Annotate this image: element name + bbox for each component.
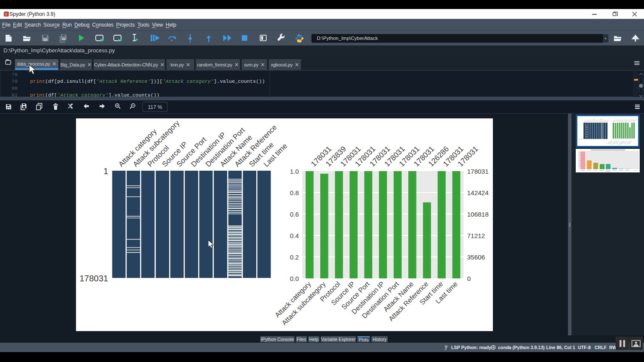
svg-text:0.6: 0.6: [290, 211, 299, 218]
svg-text:178031: 178031: [579, 139, 583, 140]
svg-text:0.2: 0.2: [290, 253, 299, 261]
svg-text:D:\Python_Imp\CyberAttack: D:\Python_Imp\CyberAttack: [317, 36, 378, 41]
svg-text:106818: 106818: [467, 211, 489, 218]
svg-text:1: 1: [103, 166, 108, 176]
svg-text:0.4: 0.4: [290, 232, 299, 239]
svg-text:178031: 178031: [467, 168, 489, 175]
svg-text:35606: 35606: [467, 253, 485, 261]
svg-text:71212: 71212: [467, 232, 485, 239]
svg-text:0.8: 0.8: [290, 189, 299, 196]
svg-text:117 %: 117 %: [148, 104, 162, 110]
svg-text:142424: 142424: [467, 189, 489, 196]
svg-text:0.0: 0.0: [290, 275, 299, 282]
svg-text:178031: 178031: [79, 274, 108, 283]
svg-text:1.0: 1.0: [290, 168, 299, 175]
svg-text:0: 0: [467, 275, 471, 282]
